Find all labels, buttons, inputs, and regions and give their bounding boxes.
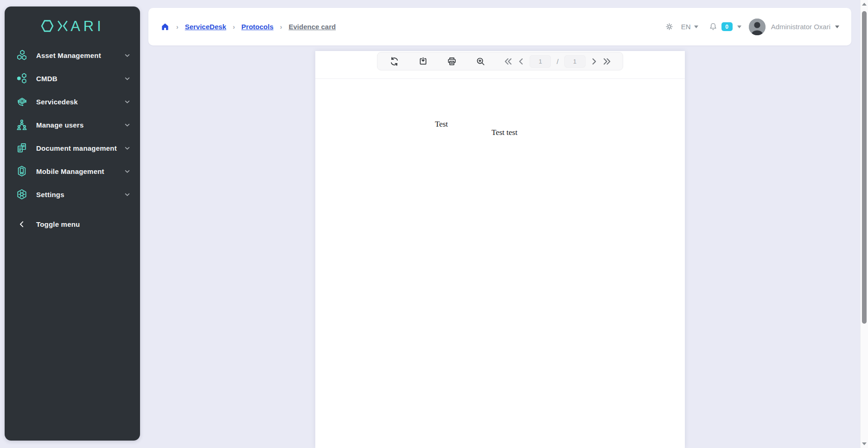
chevron-down-icon [125,170,130,173]
sidebar-item-asset-management[interactable]: Asset Management [5,44,140,67]
mobile-management-icon [16,165,28,177]
first-page-button[interactable] [504,58,512,65]
chevron-down-icon [125,193,130,196]
servicedesk-icon [16,96,28,108]
toggle-menu-button[interactable]: Toggle menu [5,212,140,236]
asset-management-icon [16,49,28,61]
page-separator: / [556,58,558,65]
document-page: Test Test test [315,79,685,448]
sidebar: ARI Asset Management [5,6,140,441]
sidebar-item-label: Document management [36,144,125,152]
print-button[interactable] [446,56,457,67]
header-actions: EN 0 Administrator Oxari [665,19,839,35]
sidebar-item-settings[interactable]: Settings [5,183,140,206]
document-text-line: Test test [491,128,517,137]
chevron-left-icon [16,218,28,230]
home-icon[interactable] [160,22,170,32]
breadcrumb-separator: › [176,23,179,31]
bell-icon[interactable] [708,22,718,32]
scrollbar-thumb[interactable] [862,11,867,324]
gear-icon[interactable] [665,22,674,31]
next-page-button[interactable] [591,58,597,65]
breadcrumb-separator: › [280,23,282,31]
chevron-down-icon [125,54,130,57]
download-button[interactable] [417,56,428,67]
oxari-logo: ARI [5,13,140,39]
top-bar: › ServiceDesk › Protocols › Evidence car… [148,8,851,45]
pagination: / [504,55,611,68]
chevron-down-icon [125,77,130,80]
zoom-in-icon[interactable] [475,56,486,67]
document-management-icon [16,142,28,154]
avatar[interactable] [749,19,766,35]
chevron-down-icon [125,147,130,150]
prev-page-button[interactable] [518,58,524,65]
sidebar-item-document-management[interactable]: Document management [5,136,140,160]
current-page-input[interactable] [530,55,551,68]
sidebar-item-label: CMDB [36,75,125,83]
sidebar-item-cmdb[interactable]: CMDB [5,67,140,90]
caret-down-icon [694,26,698,28]
document-text-line: Test [435,120,448,129]
breadcrumb-separator: › [233,23,235,31]
notification-count-badge: 0 [721,22,733,31]
cmdb-icon [16,72,28,84]
sidebar-item-label: Settings [36,191,125,198]
sidebar-item-label: Mobile Management [36,167,125,175]
breadcrumb-link-protocols[interactable]: Protocols [242,23,274,31]
chevron-down-icon [125,123,130,127]
breadcrumb-current-evidence-card[interactable]: Evidence card [288,23,336,31]
vertical-scrollbar[interactable] [860,0,868,448]
last-page-button[interactable] [603,58,612,65]
manage-users-icon [16,119,28,131]
breadcrumb: › ServiceDesk › Protocols › Evidence car… [160,22,336,32]
logo-hexagon-o-icon [40,19,54,33]
viewer-toolbar: / [377,52,623,70]
logo-text: ARI [70,19,104,33]
sidebar-item-servicedesk[interactable]: Servicedesk [5,90,140,113]
document-viewer: / Test Test test [315,51,685,448]
sidebar-item-label: Servicedesk [36,98,125,106]
sidebar-item-manage-users[interactable]: Manage users [5,113,140,136]
sidebar-menu: Asset Management CMDB [5,44,140,236]
settings-icon [16,188,28,200]
language-selector[interactable]: EN [681,23,698,31]
scroll-up-arrow-icon[interactable] [862,3,867,6]
notifications-caret-icon[interactable] [737,26,741,28]
toggle-menu-label: Toggle menu [36,220,130,228]
refresh-button[interactable] [389,56,400,67]
language-label: EN [681,23,691,31]
user-menu-label[interactable]: Administrator Oxari [771,23,830,31]
breadcrumb-link-servicedesk[interactable]: ServiceDesk [185,23,226,31]
sidebar-item-label: Asset Management [36,51,125,59]
total-pages-input[interactable] [564,55,586,68]
sidebar-item-label: Manage users [36,121,125,129]
logo-x-icon [57,19,69,33]
chevron-down-icon [125,100,130,103]
sidebar-item-mobile-management[interactable]: Mobile Management [5,160,140,183]
scroll-down-arrow-icon[interactable] [862,442,867,445]
user-menu-caret-icon[interactable] [835,26,839,28]
viewer-toolbar-strip: / [315,51,685,79]
